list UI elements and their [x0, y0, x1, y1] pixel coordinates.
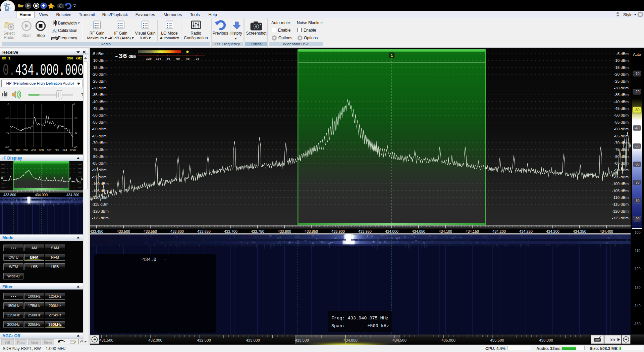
- svg-text:434.400: 434.400: [600, 229, 613, 233]
- svg-text:-5 dBm: -5 dBm: [616, 52, 629, 56]
- svg-text:436.000: 436.000: [539, 338, 553, 342]
- svg-text:-115 dBm: -115 dBm: [92, 202, 108, 206]
- svg-text:-100: -100: [633, 230, 640, 234]
- svg-text:434.500: 434.500: [392, 338, 407, 342]
- svg-text:-65 dBm: -65 dBm: [614, 134, 629, 138]
- svg-text:3k2: 3k2: [55, 148, 59, 152]
- svg-text:100: 100: [15, 148, 20, 152]
- svg-text:434.000.000: 434.000.000: [15, 62, 83, 79]
- svg-text:dBm: dBm: [128, 54, 136, 59]
- svg-text:433.750: 433.750: [251, 229, 264, 233]
- svg-text:434.000: 434.000: [35, 193, 48, 197]
- svg-text:-120: -120: [633, 267, 640, 271]
- svg-text:7: 7: [81, 93, 83, 97]
- svg-text:-105 dBm: -105 dBm: [612, 189, 629, 193]
- svg-text:-85 dBm: -85 dBm: [92, 161, 106, 165]
- svg-text:-35 dBm: -35 dBm: [614, 93, 629, 97]
- svg-text:-60: -60: [634, 162, 639, 166]
- svg-text:-40: -40: [73, 131, 77, 134]
- svg-text:800: 800: [39, 148, 44, 152]
- svg-text:-40 dBm: -40 dBm: [92, 100, 106, 104]
- svg-text:-140: -140: [633, 304, 640, 308]
- svg-text:-100: -100: [154, 57, 161, 61]
- svg-text:200: 200: [23, 148, 28, 152]
- svg-text:-20 dBm: -20 dBm: [614, 72, 629, 76]
- svg-text:433.550: 433.550: [144, 229, 157, 233]
- svg-text:434.000: 434.000: [385, 229, 398, 233]
- svg-text:12k8: 12k8: [69, 148, 76, 152]
- svg-text:Span:: Span:: [331, 323, 345, 328]
- svg-text:-30 dBm: -30 dBm: [92, 86, 106, 90]
- svg-text:-50 dBm: -50 dBm: [92, 113, 106, 117]
- svg-text:±500 kHz: ±500 kHz: [367, 323, 389, 328]
- svg-text:-45 dBm: -45 dBm: [92, 106, 106, 111]
- svg-text:-130: -130: [633, 285, 640, 290]
- svg-text:-36: -36: [114, 52, 127, 60]
- svg-text:433.500: 433.500: [295, 338, 309, 342]
- svg-text:-90 dBm: -90 dBm: [92, 168, 106, 172]
- svg-text:-55 dBm: -55 dBm: [92, 120, 106, 124]
- svg-text:433.600: 433.600: [170, 229, 184, 233]
- svg-text:433.800: 433.800: [3, 193, 16, 197]
- svg-text:-80: -80: [165, 57, 170, 61]
- svg-text:-50 dBm: -50 dBm: [614, 113, 629, 117]
- svg-text:433.800: 433.800: [278, 229, 291, 233]
- svg-text:-30 dBm: -30 dBm: [614, 86, 629, 90]
- svg-text:435.500: 435.500: [490, 338, 504, 342]
- svg-text:432.000: 432.000: [148, 338, 162, 342]
- svg-text:-125 dBm: -125 dBm: [612, 216, 629, 220]
- svg-text:435.000: 435.000: [441, 338, 455, 342]
- svg-text:-95 dBm: -95 dBm: [614, 175, 629, 179]
- svg-text:x5: x5: [610, 337, 615, 342]
- svg-text:434.000: 434.000: [343, 338, 358, 342]
- svg-text:434.250: 434.250: [519, 229, 533, 233]
- svg-text:-65 dBm: -65 dBm: [92, 134, 106, 138]
- svg-text:-20: -20: [194, 57, 199, 61]
- svg-text:434.100: 434.100: [439, 229, 452, 233]
- svg-text:433.850: 433.850: [305, 229, 318, 233]
- svg-text:434.300: 434.300: [546, 229, 559, 233]
- svg-text:-90: -90: [634, 217, 639, 221]
- svg-text:434.0: 434.0: [142, 257, 156, 262]
- svg-text:-25 dBm: -25 dBm: [614, 79, 629, 83]
- svg-text:-120 dBm: -120 dBm: [612, 209, 629, 213]
- svg-text:-70: -70: [634, 180, 639, 184]
- svg-text:-55 dBm: -55 dBm: [614, 120, 629, 124]
- svg-text:-20: -20: [5, 117, 9, 120]
- svg-text:433.450: 433.450: [90, 229, 103, 233]
- svg-text:-25 dBm: -25 dBm: [92, 79, 106, 83]
- svg-text:-40: -40: [634, 126, 639, 130]
- svg-text:-15 dBm: -15 dBm: [614, 65, 629, 70]
- svg-text:Style: Style: [623, 12, 633, 17]
- svg-text:-20 dBm: -20 dBm: [92, 72, 106, 76]
- svg-text:-10 dBm: -10 dBm: [92, 58, 106, 62]
- svg-text:433.900: 433.900: [331, 229, 345, 233]
- svg-text:-10 dBm: -10 dBm: [614, 58, 629, 62]
- svg-text:-125 dBm: -125 dBm: [92, 216, 109, 220]
- svg-text:-5 dBm: -5 dBm: [92, 52, 104, 56]
- svg-text:-110 dBm: -110 dBm: [612, 195, 629, 200]
- svg-text:-120: -120: [144, 57, 152, 61]
- svg-text:-110: -110: [634, 249, 640, 253]
- svg-text:434.200: 434.200: [492, 229, 506, 233]
- svg-text:1: 1: [391, 53, 393, 57]
- svg-text:433.650: 433.650: [197, 229, 211, 233]
- svg-text:-100 dBm: -100 dBm: [612, 182, 629, 186]
- svg-text:-10: -10: [634, 72, 639, 76]
- svg-text:-70 dBm: -70 dBm: [92, 141, 106, 145]
- svg-text:-80: -80: [634, 199, 639, 203]
- svg-text:-20: -20: [634, 90, 639, 94]
- svg-text:433.950: 433.950: [358, 229, 372, 233]
- svg-text:-60 dBm: -60 dBm: [92, 127, 106, 131]
- svg-text:-95 dBm: -95 dBm: [92, 175, 106, 179]
- svg-text:-30: -30: [634, 108, 639, 112]
- svg-text:431.500: 431.500: [99, 338, 113, 342]
- svg-text:-15 dBm: -15 dBm: [92, 65, 106, 70]
- svg-text:Freq: 433.940.075 MHz: Freq: 433.940.075 MHz: [331, 316, 388, 321]
- svg-text:-80 dBm: -80 dBm: [92, 155, 106, 159]
- svg-text:-40 dBm: -40 dBm: [614, 100, 629, 104]
- svg-text:-60: -60: [174, 57, 180, 61]
- svg-text:-150: -150: [633, 322, 640, 326]
- svg-text:434.200: 434.200: [66, 193, 79, 197]
- svg-text:-100 dBm: -100 dBm: [92, 182, 109, 186]
